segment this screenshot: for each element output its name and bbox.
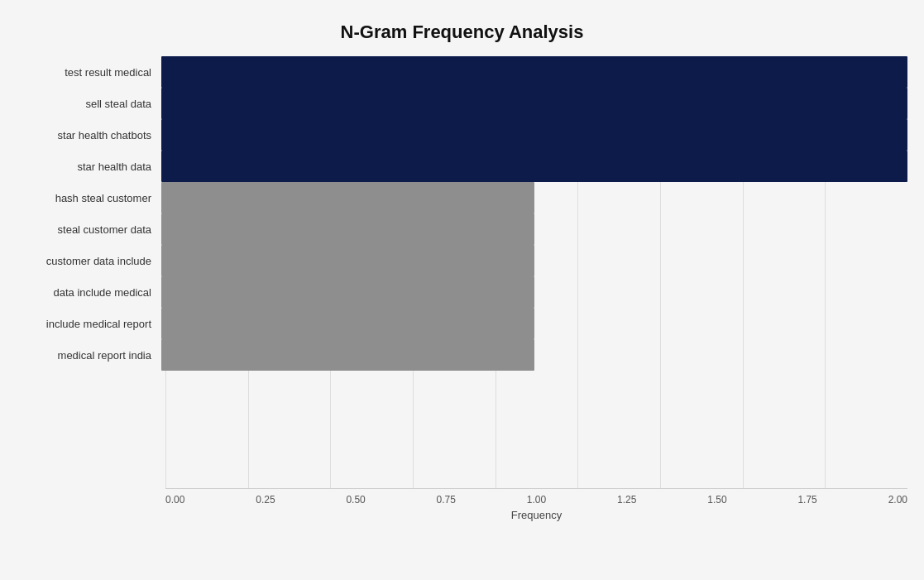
bar-fill (161, 88, 907, 119)
x-tick-label: 0.00 (165, 494, 184, 506)
bar-row: customer data include (17, 245, 907, 276)
bar-row: medical report india (17, 339, 907, 371)
bar-fill (161, 308, 534, 339)
bar-track (161, 245, 907, 276)
x-tick-label: 0.25 (256, 494, 275, 506)
bar-row: steal customer data (17, 213, 907, 245)
bar-fill (161, 182, 534, 213)
bar-fill (161, 151, 907, 182)
bar-fill (161, 119, 907, 151)
bar-track (161, 182, 907, 213)
bar-label: test result medical (17, 66, 161, 79)
bars-container: test result medicalsell steal datastar h… (17, 56, 907, 371)
bar-label: sell steal data (17, 98, 161, 110)
x-tick-label: 1.25 (617, 494, 636, 506)
bar-label: data include medical (17, 286, 161, 299)
chart-area: test result medicalsell steal datastar h… (17, 56, 907, 530)
bar-label: hash steal customer (17, 192, 161, 204)
x-tick-label: 1.50 (707, 494, 726, 506)
bar-track (161, 276, 907, 308)
bar-row: hash steal customer (17, 182, 907, 213)
bar-track (161, 56, 907, 88)
chart-container: N-Gram Frequency Analysis test result me… (0, 0, 924, 580)
bar-fill (161, 56, 907, 88)
bar-label: star health data (17, 161, 161, 173)
bar-track (161, 88, 907, 119)
x-tick-label: 1.00 (527, 494, 546, 506)
bar-label: include medical report (17, 318, 161, 330)
bar-label: medical report india (17, 349, 161, 362)
bar-track (161, 213, 907, 245)
bar-row: test result medical (17, 56, 907, 88)
bar-row: include medical report (17, 308, 907, 339)
bar-fill (161, 339, 534, 371)
bar-track (161, 339, 907, 371)
x-axis-ticks: 0.000.250.500.751.001.251.501.752.00 (165, 489, 907, 506)
x-tick-label: 1.75 (797, 494, 816, 506)
bar-track (161, 151, 907, 182)
bar-track (161, 119, 907, 151)
x-tick-label: 0.75 (437, 494, 456, 506)
bar-row: star health data (17, 151, 907, 182)
bar-row: sell steal data (17, 88, 907, 119)
bars-section: test result medicalsell steal datastar h… (17, 56, 907, 488)
bar-row: data include medical (17, 276, 907, 308)
bar-label: star health chatbots (17, 129, 161, 141)
chart-title: N-Gram Frequency Analysis (17, 17, 907, 43)
x-axis: 0.000.250.500.751.001.251.501.752.00 Fre… (165, 489, 907, 530)
bar-fill (161, 245, 534, 276)
x-axis-title: Frequency (165, 509, 907, 521)
bar-fill (161, 276, 534, 308)
bar-row: star health chatbots (17, 119, 907, 151)
bar-fill (161, 213, 534, 245)
bar-label: customer data include (17, 255, 161, 267)
x-tick-label: 0.50 (346, 494, 365, 506)
bar-track (161, 308, 907, 339)
x-tick-label: 2.00 (888, 494, 907, 506)
bar-label: steal customer data (17, 223, 161, 236)
